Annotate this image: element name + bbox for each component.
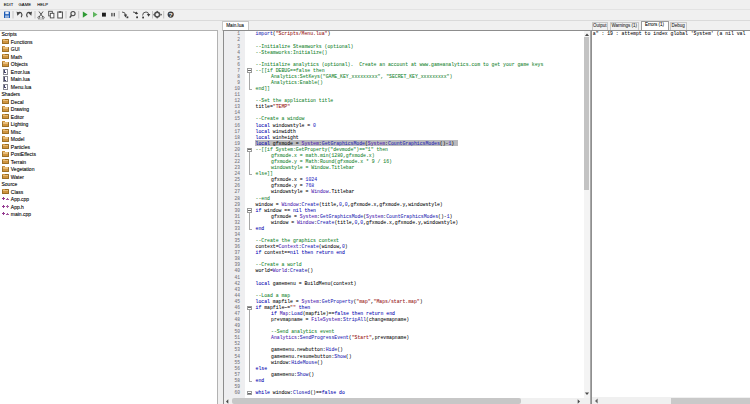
svg-text:?: ? — [169, 10, 173, 17]
